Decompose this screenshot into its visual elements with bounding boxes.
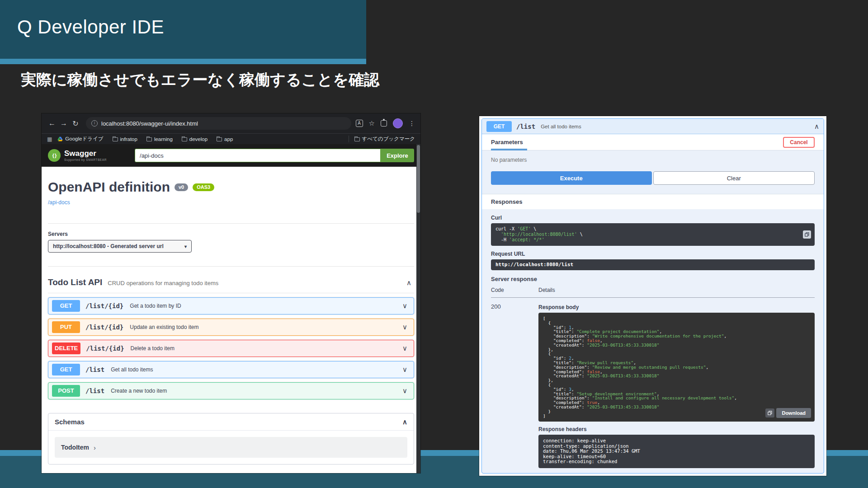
endpoint-summary: Get all todo items [111,366,153,373]
server-response-row: 200 Response body [ { "id": 1, "title": … [491,301,815,468]
responses-area: Curl curl -X 'GET' \ 'http://localhost:8… [482,209,824,473]
details-column-label: Details [538,287,555,293]
chevron-down-icon[interactable] [402,387,410,395]
endpoint-path: /list [516,123,535,130]
code-line: [ [543,316,810,321]
chevron-down-icon[interactable] [402,366,410,374]
endpoint-delete-listid[interactable]: DELETE/list/{id}Delete a todo item [48,340,414,357]
all-bookmarks-folder[interactable]: すべてのブックマーク [349,136,415,142]
parameters-bar: Parameters Cancel [482,134,824,150]
server-select[interactable]: http://localhost:8080 - Generated server… [48,240,192,253]
bookmark-item[interactable]: develop [182,136,208,142]
address-bar[interactable]: localhost:8080/swagger-ui/index.html [86,117,351,130]
endpoint-put-listid[interactable]: PUT/list/{id}Update an existing todo ite… [48,319,414,336]
documented-responses-label: Responses [491,473,815,473]
code-details-header: Code Details [491,287,815,298]
page-scrollbar[interactable] [416,144,420,473]
method-badge: DELETE [52,343,80,354]
endpoint-path: /list [85,366,104,373]
operation-panel: GET /list Get all todo items Parameters … [479,116,826,476]
endpoint-summary: Create a new todo item [111,388,167,394]
profile-avatar[interactable] [393,118,403,128]
site-info-icon[interactable] [91,120,98,127]
api-title-row: OpenAPI definition v0 OAS3 [48,167,414,195]
endpoint-get-listid[interactable]: GET/list/{id}Get a todo item by ID [48,297,414,314]
browser-toolbar: localhost:8080/swagger-ui/index.html [42,113,420,133]
bookmarks-list: Googleドライブinfratoplearningdevelopapp [57,136,242,142]
all-bookmarks-label: すべてのブックマーク [362,136,415,142]
responses-header: Responses [482,194,824,209]
spec-link[interactable]: /api-docs [48,199,70,206]
star-icon[interactable] [369,119,375,127]
bookmark-label: app [224,136,233,142]
translate-icon[interactable] [356,120,363,127]
spec-url-input[interactable] [135,149,381,162]
op-block-header[interactable]: GET /list Get all todo items [482,119,824,134]
endpoint-summary: Update an existing todo item [130,324,198,330]
bookmark-item[interactable]: infratop [113,136,137,142]
code-column-label: Code [491,287,538,293]
op-block-body: Parameters Cancel No parameters Execute … [482,134,824,473]
status-code: 200 [491,301,538,468]
tag-title: Todo List API [48,277,102,287]
code-line: curl -X 'GET' \ [495,226,799,232]
method-badge: PUT [52,321,80,333]
no-parameters-text: No parameters [482,150,824,163]
collapse-icon[interactable] [814,122,819,131]
divider [48,223,414,224]
request-url-value: http://localhost:8080/list [491,259,815,270]
endpoint-summary: Delete a todo item [131,345,175,352]
bookmark-item[interactable]: app [217,136,233,142]
extensions-icon[interactable] [381,120,387,127]
slide-header-band: Q Developer IDE [0,0,366,59]
folder-icon [113,137,118,141]
endpoint-post-list[interactable]: POST/listCreate a new todo item [48,382,414,399]
collapse-icon[interactable] [402,418,407,426]
code-line: }, [543,347,810,352]
schema-item-todoitem[interactable]: TodoItem [55,437,407,458]
reload-icon[interactable] [70,119,81,128]
clear-button[interactable]: Clear [653,171,815,185]
bookmark-item[interactable]: Googleドライブ [57,136,103,142]
endpoint-path: /list/{id} [85,324,123,331]
schemas-header[interactable]: Schemas [48,413,414,431]
version-badge: v0 [175,183,188,191]
divider [48,293,414,293]
execute-button[interactable]: Execute [491,171,652,185]
apps-grid-icon[interactable] [47,136,52,142]
tab-parameters[interactable]: Parameters [491,139,523,145]
menu-kebab-icon[interactable] [409,120,415,127]
endpoint-summary: Get all todo items [541,124,581,129]
code-line: "createdAt": "2025-03-06T13:45:33.330018… [543,374,810,378]
servers-label: Servers [48,231,414,237]
bookmark-item[interactable]: learning [146,136,173,142]
oas-badge: OAS3 [193,183,214,191]
tag-header[interactable]: Todo List API CRUD operations for managi… [48,277,414,287]
back-icon[interactable] [46,119,58,127]
copy-icon[interactable] [803,230,811,239]
explore-button[interactable]: Explore [381,149,414,162]
chevron-down-icon[interactable] [402,302,410,310]
response-details: Response body [ { "id": 1, "title": "Com… [538,301,815,468]
copy-icon[interactable] [765,408,774,418]
scrollbar-thumb[interactable] [417,145,420,213]
endpoint-summary: Get a todo item by ID [130,303,181,309]
cancel-button[interactable]: Cancel [783,137,815,148]
chevron-down-icon[interactable] [402,344,410,352]
code-line: "createdAt": "2025-03-06T13:45:33.330018… [543,343,810,347]
forward-icon[interactable] [58,119,70,127]
code-line: { [543,321,810,325]
bookmark-label: Googleドライブ [65,136,103,142]
endpoint-get-list[interactable]: GET/listGet all todo items [48,361,414,378]
slide-title: Q Developer IDE [0,0,366,38]
bookmark-label: develop [189,136,208,142]
method-badge: GET [486,121,512,132]
code-line: { [543,352,810,356]
chevron-down-icon[interactable] [402,323,410,331]
bookmark-label: infratop [120,136,137,142]
response-headers-block: connection: keep-alivecontent-type: appl… [538,435,815,468]
folder-icon [146,137,152,141]
collapse-icon[interactable] [406,279,414,287]
spec-search: Explore [135,149,414,162]
download-button[interactable]: Download [776,408,811,418]
